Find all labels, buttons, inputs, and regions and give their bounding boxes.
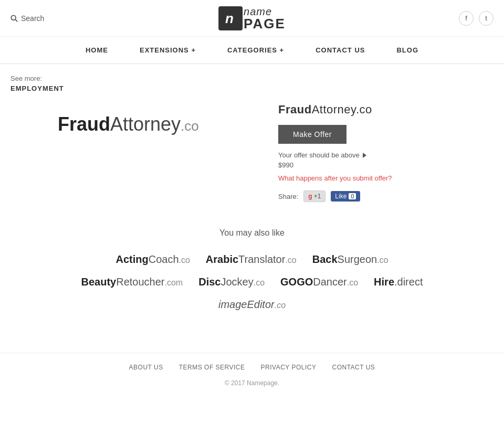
also-like-section: You may also like ActingCoach.co ArabicT… [10,228,494,311]
offer-hint-text: Your offer should be above [278,151,360,159]
fraud-bold: Fraud [58,113,110,135]
svg-line-1 [15,19,17,22]
fraud-tld: .co [181,118,199,134]
list-item[interactable]: BackSurgeon.co [312,253,388,266]
offer-hint: Your offer should be above [278,151,446,159]
category-link[interactable]: EMPLOYMENT [10,84,494,92]
list-item[interactable]: imageEditor.co [218,299,286,311]
domain-bold: Acting [116,253,148,265]
list-item[interactable]: Hire.direct [374,276,423,288]
main-content: See more: EMPLOYMENT FraudAttorney.co Fr… [0,64,504,332]
domain-grid-3: imageEditor.co [10,299,494,311]
domain-info: FraudAttorney.co Make Offer Your offer s… [278,103,446,202]
svg-text:n: n [225,10,234,26]
domain-bold: Disc [198,276,220,288]
footer: ABOUT US TERMS OF SERVICE PRIVACY POLICY… [0,353,504,392]
footer-terms[interactable]: TERMS OF SERVICE [179,364,245,371]
domain-light: Translator [238,253,285,265]
domain-bold: Back [312,253,338,265]
domain-title-bold: Fraud [278,103,312,116]
g-plus-label: +1 [314,193,321,200]
domain-bold: Beauty [81,276,117,288]
domain-tld: .co [254,278,265,287]
nav-contact[interactable]: CONTACT US [310,37,370,63]
domain-tld: .co [377,256,388,264]
nav-extensions[interactable]: EXTENSIONS + [134,37,201,63]
domain-light: Coach [149,253,179,265]
domain-title-light: Attorney.co [312,103,372,116]
share-label: Share: [278,193,298,200]
footer-nav: ABOUT US TERMS OF SERVICE PRIVACY POLICY… [10,364,494,371]
logo-page: PAGE [244,17,286,30]
breadcrumb: See more: EMPLOYMENT [10,75,494,92]
facebook-like-button[interactable]: Like 0 [331,191,360,202]
copyright-text: © 2017 Namepage. [225,379,279,387]
svg-point-0 [11,15,16,20]
domain-tld: .com [165,278,183,287]
domain-light: Jockey [220,276,253,288]
list-item[interactable]: ArabicTranslator.co [206,253,297,266]
social-icons: f t [459,11,494,26]
domain-section: FraudAttorney.co FraudAttorney.co Make O… [10,103,494,202]
logo-icon-svg: n [223,10,238,26]
list-item[interactable]: GOGODancer.co [280,276,358,288]
domain-light: Retoucher [116,276,164,288]
header: Search n name PAGE f t [0,0,504,37]
logo-icon: n [218,6,243,30]
domain-light: Dancer [313,276,346,288]
attorney-light: Attorney [110,113,181,135]
domain-light: Surgeon [338,253,377,265]
domain-grid-2: BeautyRetoucher.com DiscJockey.co GOGODa… [10,276,494,288]
footer-copyright: © 2017 Namepage. [10,379,494,387]
domain-bold: Hire [374,276,394,288]
fraud-logo: FraudAttorney.co [58,113,199,135]
g-plus-symbol: g [308,193,312,200]
search-area[interactable]: Search [10,14,44,23]
share-area: Share: g +1 Like 0 [278,190,446,202]
domain-tld: .co [285,256,296,264]
see-more-label: See more: [10,75,494,82]
list-item[interactable]: ActingCoach.co [116,253,190,266]
logo-name: name [244,6,286,17]
nav-home[interactable]: HOME [80,37,113,63]
domain-light: .direct [394,276,423,288]
facebook-icon[interactable]: f [459,11,474,26]
twitter-icon[interactable]: t [479,11,494,26]
main-nav: HOME EXTENSIONS + CATEGORIES + CONTACT U… [0,37,504,64]
search-label: Search [21,14,44,23]
offer-price: $990 [278,161,446,169]
search-icon [10,15,18,22]
google-plus-button[interactable]: g +1 [303,190,326,202]
domain-tld: .co [275,301,286,310]
list-item[interactable]: BeautyRetoucher.com [81,276,183,288]
domain-image-area: FraudAttorney.co [58,103,257,146]
footer-privacy[interactable]: PRIVACY POLICY [261,364,317,371]
also-like-title: You may also like [10,228,494,238]
make-offer-button[interactable]: Make Offer [278,125,346,144]
what-happens-link[interactable]: What happens after you submit offer? [278,174,446,182]
domain-tld: .co [179,256,190,264]
logo[interactable]: n name PAGE [218,6,286,30]
list-item[interactable]: DiscJockey.co [198,276,265,288]
domain-bold: GOGO [280,276,313,288]
fb-count: 0 [349,193,356,199]
domain-bold: Arabic [206,253,238,265]
domain-bold: image [218,299,247,310]
domain-logo-display: FraudAttorney.co [58,103,257,146]
fb-like-label: Like [335,193,346,200]
domain-light: Editor [247,299,274,310]
logo-text: name PAGE [244,6,286,30]
domain-tld: .co [347,278,358,287]
footer-contact[interactable]: CONTACT US [332,364,375,371]
arrow-right-icon [363,153,366,158]
nav-blog[interactable]: BLOG [391,37,424,63]
footer-about[interactable]: ABOUT US [129,364,163,371]
domain-grid: ActingCoach.co ArabicTranslator.co BackS… [10,253,494,266]
domain-title: FraudAttorney.co [278,103,446,116]
nav-categories[interactable]: CATEGORIES + [222,37,289,63]
